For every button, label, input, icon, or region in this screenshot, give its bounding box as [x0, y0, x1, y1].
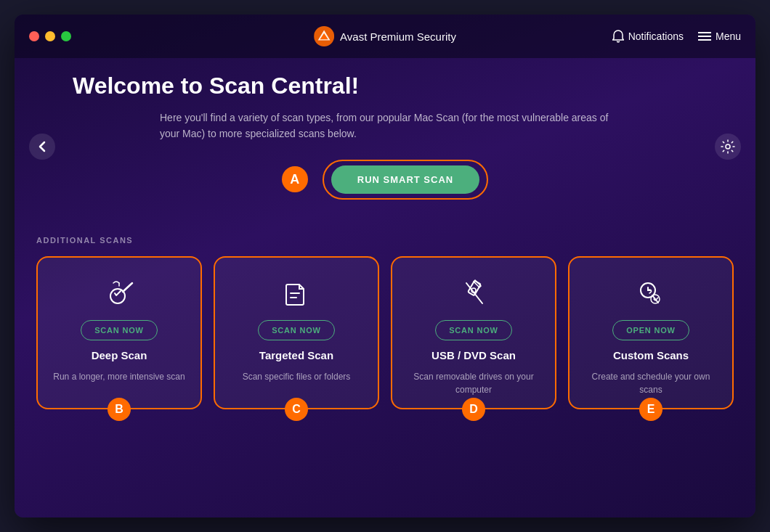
targeted-scan-icon	[279, 275, 314, 311]
custom-scans-icon	[633, 275, 668, 311]
titlebar-actions: Notifications Menu	[612, 30, 741, 43]
deep-scan-icon	[102, 275, 137, 311]
app-name-label: Avast Premium Security	[340, 30, 456, 43]
menu-label: Menu	[716, 30, 741, 42]
smart-scan-area: A RUN SMART SCAN	[73, 160, 697, 200]
badge-a: A	[282, 166, 308, 192]
targeted-scan-desc: Scan specific files or folders	[243, 370, 351, 383]
close-button[interactable]	[29, 31, 39, 41]
hamburger-icon	[698, 31, 711, 41]
bell-icon	[612, 30, 624, 43]
usb-dvd-scan-desc: Scan removable drives on your computer	[404, 370, 543, 396]
page-subtitle: Here you'll find a variety of scan types…	[160, 110, 610, 142]
deep-scan-title: Deep Scan	[92, 349, 147, 361]
gear-icon	[721, 139, 735, 154]
badge-c: C	[285, 398, 308, 421]
usb-dvd-scan-title: USB / DVD Scan	[431, 349, 516, 361]
smart-scan-wrapper: RUN SMART SCAN	[323, 160, 488, 200]
titlebar: Avast Premium Security Notifications Men…	[15, 15, 755, 58]
run-smart-scan-button[interactable]: RUN SMART SCAN	[331, 165, 479, 194]
additional-scans-section: ADDITIONAL SCANS SCAN NOW Deep Scan Run …	[15, 236, 755, 424]
svg-line-6	[123, 283, 132, 292]
traffic-lights	[29, 31, 71, 41]
chevron-left-icon	[38, 141, 46, 152]
usb-dvd-scan-button[interactable]: SCAN NOW	[435, 320, 512, 340]
deep-scan-desc: Run a longer, more intensive scan	[53, 370, 185, 383]
section-label: ADDITIONAL SCANS	[36, 236, 734, 245]
scan-cards-container: SCAN NOW Deep Scan Run a longer, more in…	[36, 256, 734, 409]
notifications-label: Notifications	[628, 30, 684, 42]
minimize-button[interactable]	[45, 31, 55, 41]
notifications-button[interactable]: Notifications	[612, 30, 684, 43]
targeted-scan-title: Targeted Scan	[259, 349, 333, 361]
page-header: Welcome to Scan Central! Here you'll fin…	[15, 58, 755, 236]
app-title-group: Avast Premium Security	[314, 26, 456, 46]
custom-scans-title: Custom Scans	[613, 349, 689, 361]
custom-scans-card: OPEN NOW Custom Scans Create and schedul…	[568, 256, 734, 409]
targeted-scan-card: SCAN NOW Targeted Scan Scan specific fil…	[214, 256, 379, 409]
maximize-button[interactable]	[61, 31, 71, 41]
deep-scan-button[interactable]: SCAN NOW	[81, 320, 158, 340]
badge-b: B	[108, 398, 131, 421]
badge-e: E	[639, 398, 662, 421]
deep-scan-card: SCAN NOW Deep Scan Run a longer, more in…	[36, 256, 202, 409]
app-window: Avast Premium Security Notifications Men…	[15, 15, 755, 517]
targeted-scan-button[interactable]: SCAN NOW	[258, 320, 335, 340]
badge-d: D	[462, 398, 485, 421]
page-title: Welcome to Scan Central!	[73, 73, 697, 99]
custom-scans-desc: Create and schedule your own scans	[581, 370, 721, 396]
svg-point-4	[726, 144, 730, 149]
usb-dvd-scan-icon	[456, 275, 491, 311]
usb-dvd-scan-card: SCAN NOW USB / DVD Scan Scan removable d…	[391, 256, 556, 409]
back-button[interactable]	[29, 134, 55, 160]
settings-button[interactable]	[715, 134, 741, 160]
custom-scans-open-button[interactable]: OPEN NOW	[612, 320, 689, 340]
avast-logo-icon	[314, 26, 334, 46]
menu-button[interactable]: Menu	[698, 30, 741, 42]
